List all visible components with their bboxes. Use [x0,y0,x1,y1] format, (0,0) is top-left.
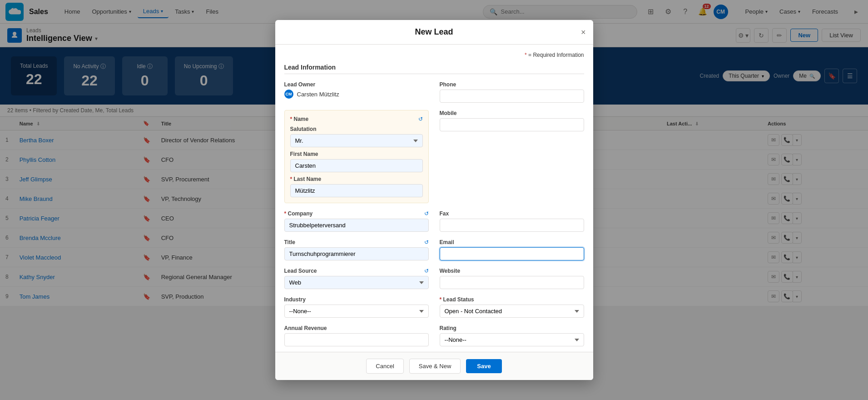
form-group-fax: Fax [440,210,584,232]
modal-body: * = Required Information Lead Informatio… [275,45,593,306]
fax-label: Fax [440,210,584,217]
form-group-lead-status: * Lead Status Open - Not Contacted Worki… [440,296,584,306]
first-name-label: First Name [290,151,423,157]
company-reset-icon[interactable]: ↺ [424,210,429,217]
website-input[interactable] [440,276,584,289]
last-name-input[interactable] [290,184,423,197]
lead-owner-value: Carsten Mützlitz [297,91,339,98]
form-group-website: Website [440,268,584,289]
form-group-title: Title ↺ [284,239,429,260]
salutation-select[interactable]: Mr. Ms. Mrs. Dr. [290,134,423,147]
required-note: * = Required Information [284,52,584,58]
lead-source-select[interactable]: Web Phone Inquiry Partner Referral Purch… [284,276,429,289]
fax-input[interactable] [440,219,584,232]
lead-status-label: * Lead Status [440,296,584,303]
section-lead-info: Lead Information [284,64,584,74]
form-group-last-name: * Last Name [290,176,423,197]
mobile-label: Mobile [440,110,584,116]
new-lead-modal: New Lead × * = Required Information Lead… [275,20,593,306]
email-label: Email [440,239,584,245]
form-group-company: * Company ↺ [284,210,429,232]
first-name-input[interactable] [290,159,423,172]
form-group-lead-source: Lead Source ↺ Web Phone Inquiry Partner … [284,268,429,289]
lead-owner-row: CM Carsten Mützlitz [284,90,429,99]
company-label: * Company [284,210,313,217]
salutation-label: Salutation [290,126,423,132]
modal-header: New Lead × [275,20,593,45]
title-reset-icon[interactable]: ↺ [424,239,429,245]
modal-title: New Lead [415,27,453,37]
modal-overlay[interactable]: New Lead × * = Required Information Lead… [0,0,868,306]
form-group-lead-owner: Lead Owner CM Carsten Mützlitz [284,81,429,103]
lead-status-select[interactable]: Open - Not Contacted Working - Contacted… [440,305,584,306]
phone-label: Phone [440,81,584,88]
name-label: * Name [290,116,309,122]
lead-source-label: Lead Source [284,268,317,274]
modal-close-button[interactable]: × [581,27,586,37]
last-name-label: * Last Name [290,176,423,182]
form-grid: Lead Owner CM Carsten Mützlitz Phone * [284,81,584,306]
title-label: Title [284,239,295,245]
lead-owner-label: Lead Owner [284,81,429,88]
form-group-first-name: First Name [290,151,423,172]
name-reset-icon[interactable]: ↺ [418,116,423,122]
industry-select[interactable]: --None-- Agriculture Banking [284,305,429,306]
lead-owner-avatar: CM [284,90,293,99]
industry-label: Industry [284,296,429,303]
form-group-phone: Phone [440,81,584,103]
form-group-email: Email [440,239,584,260]
form-group-mobile: Mobile [440,110,584,203]
email-input[interactable] [440,247,584,260]
form-group-industry: Industry --None-- Agriculture Banking [284,296,429,306]
company-input[interactable] [284,219,429,232]
website-label: Website [440,268,584,274]
lead-source-reset-icon[interactable]: ↺ [424,268,429,274]
name-section: * Name ↺ Salutation Mr. Ms. Mrs. Dr. [284,110,429,203]
mobile-input[interactable] [440,118,584,131]
title-input[interactable] [284,247,429,260]
form-group-salutation: Salutation Mr. Ms. Mrs. Dr. [290,126,423,147]
phone-input[interactable] [440,90,584,103]
